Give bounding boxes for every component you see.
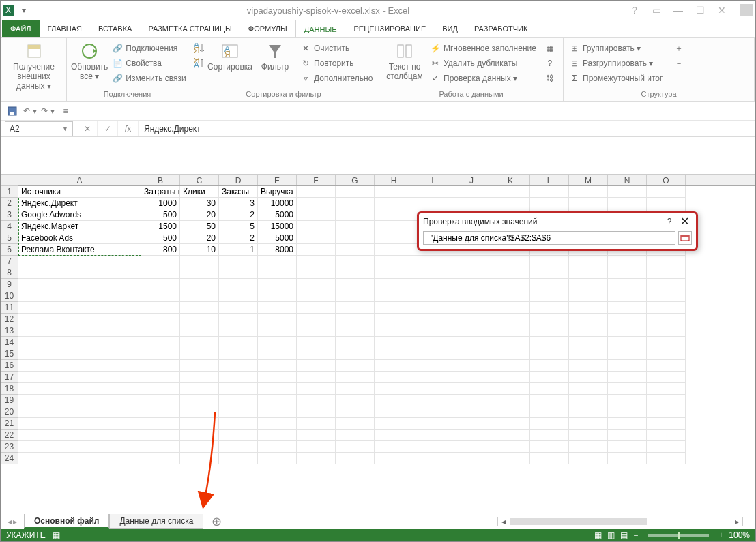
cell[interactable] xyxy=(219,395,258,406)
cell[interactable] xyxy=(530,372,569,383)
tab-data[interactable]: ДАННЫЕ xyxy=(295,20,346,37)
cell[interactable] xyxy=(569,337,608,348)
cell[interactable] xyxy=(336,198,375,209)
cell[interactable] xyxy=(491,430,530,441)
cell[interactable] xyxy=(375,302,413,314)
cell[interactable] xyxy=(375,209,413,221)
cell[interactable] xyxy=(375,395,413,406)
cell[interactable] xyxy=(413,453,452,464)
tab-view[interactable]: ВИД xyxy=(434,20,466,37)
row-header-1[interactable]: 1 xyxy=(1,186,18,198)
cell[interactable] xyxy=(180,383,219,395)
cell[interactable] xyxy=(530,406,569,418)
cell[interactable] xyxy=(219,418,258,430)
cell[interactable] xyxy=(608,279,647,290)
cell[interactable] xyxy=(297,198,336,209)
cell[interactable] xyxy=(219,348,258,360)
properties-button[interactable]: 📄Свойства xyxy=(111,56,187,71)
cell[interactable] xyxy=(219,279,258,290)
cell[interactable] xyxy=(452,198,491,209)
column-headers[interactable]: ABCDEFGHIJKLMNO xyxy=(18,174,755,186)
cell[interactable] xyxy=(297,267,336,279)
cell[interactable] xyxy=(569,302,608,314)
cell[interactable] xyxy=(297,418,336,430)
select-all-corner[interactable] xyxy=(1,174,18,186)
cell[interactable] xyxy=(530,337,569,348)
cell[interactable]: 1500 xyxy=(141,221,180,232)
cell[interactable] xyxy=(297,314,336,325)
cell[interactable] xyxy=(336,267,375,279)
cell[interactable] xyxy=(647,279,686,290)
cell[interactable] xyxy=(336,209,375,221)
col-header-J[interactable]: J xyxy=(452,175,491,185)
enter-formula-button[interactable]: ✓ xyxy=(98,121,118,136)
cell[interactable] xyxy=(258,372,297,383)
cell[interactable] xyxy=(452,441,491,453)
cell[interactable] xyxy=(375,348,413,360)
cell[interactable] xyxy=(375,372,413,383)
cell[interactable] xyxy=(491,279,530,290)
cell[interactable] xyxy=(18,279,141,290)
cell[interactable]: 500 xyxy=(141,209,180,221)
qat-dropdown-icon[interactable]: ▾ xyxy=(18,5,29,16)
cell[interactable] xyxy=(180,314,219,325)
relationships-button[interactable]: ⛓ xyxy=(543,71,557,86)
cell[interactable] xyxy=(647,267,686,279)
cell[interactable]: Яндекс.Директ xyxy=(18,198,141,209)
cell[interactable] xyxy=(452,430,491,441)
tab-file[interactable]: ФАЙЛ xyxy=(2,20,40,37)
cell[interactable] xyxy=(608,302,647,314)
zoom-out-button[interactable]: − xyxy=(633,530,638,540)
cell[interactable] xyxy=(219,302,258,314)
cell[interactable] xyxy=(491,256,530,267)
row-header-5[interactable]: 5 xyxy=(1,232,18,244)
row-header-16[interactable]: 16 xyxy=(1,360,18,372)
cell[interactable] xyxy=(491,348,530,360)
sheet-tab-listdata[interactable]: Данные для списка xyxy=(109,514,203,529)
row-header-17[interactable]: 17 xyxy=(1,372,18,383)
cell[interactable] xyxy=(569,314,608,325)
cell[interactable] xyxy=(141,453,180,464)
cell[interactable] xyxy=(297,383,336,395)
cell[interactable] xyxy=(569,325,608,337)
cell[interactable] xyxy=(530,441,569,453)
cell[interactable] xyxy=(452,325,491,337)
cell[interactable] xyxy=(18,406,141,418)
cell[interactable] xyxy=(297,430,336,441)
cell[interactable]: 3 xyxy=(219,198,258,209)
cell[interactable] xyxy=(413,186,452,198)
cell[interactable] xyxy=(647,348,686,360)
show-detail-button[interactable]: ＋ xyxy=(672,41,686,56)
cell[interactable] xyxy=(569,186,608,198)
cell[interactable] xyxy=(413,372,452,383)
cell[interactable] xyxy=(530,198,569,209)
sheet-tab-main[interactable]: Основной файл xyxy=(24,514,109,529)
cell[interactable] xyxy=(491,302,530,314)
cell[interactable]: 1000 xyxy=(141,198,180,209)
pagebreak-view-button[interactable]: ▤ xyxy=(620,530,628,540)
cell[interactable] xyxy=(491,267,530,279)
row-header-15[interactable]: 15 xyxy=(1,348,18,360)
cell[interactable] xyxy=(452,383,491,395)
cell[interactable] xyxy=(608,453,647,464)
worksheet-grid[interactable]: ABCDEFGHIJKLMNO 123456789101112131415161… xyxy=(1,174,755,515)
cell[interactable] xyxy=(336,360,375,372)
cell[interactable] xyxy=(258,290,297,302)
cell[interactable] xyxy=(375,198,413,209)
cell[interactable] xyxy=(375,279,413,290)
row-header-6[interactable]: 6 xyxy=(1,244,18,256)
tab-formulas[interactable]: ФОРМУЛЫ xyxy=(240,20,295,37)
cell[interactable] xyxy=(141,360,180,372)
cell[interactable] xyxy=(297,209,336,221)
cell[interactable] xyxy=(491,441,530,453)
cell[interactable] xyxy=(336,348,375,360)
cell[interactable] xyxy=(530,418,569,430)
cell[interactable] xyxy=(647,395,686,406)
flash-fill-button[interactable]: ⚡Мгновенное заполнение xyxy=(428,41,538,56)
cell[interactable] xyxy=(336,441,375,453)
cell[interactable] xyxy=(452,372,491,383)
cell[interactable] xyxy=(258,406,297,418)
cell[interactable] xyxy=(18,290,141,302)
col-header-F[interactable]: F xyxy=(297,175,336,185)
cell[interactable] xyxy=(608,325,647,337)
